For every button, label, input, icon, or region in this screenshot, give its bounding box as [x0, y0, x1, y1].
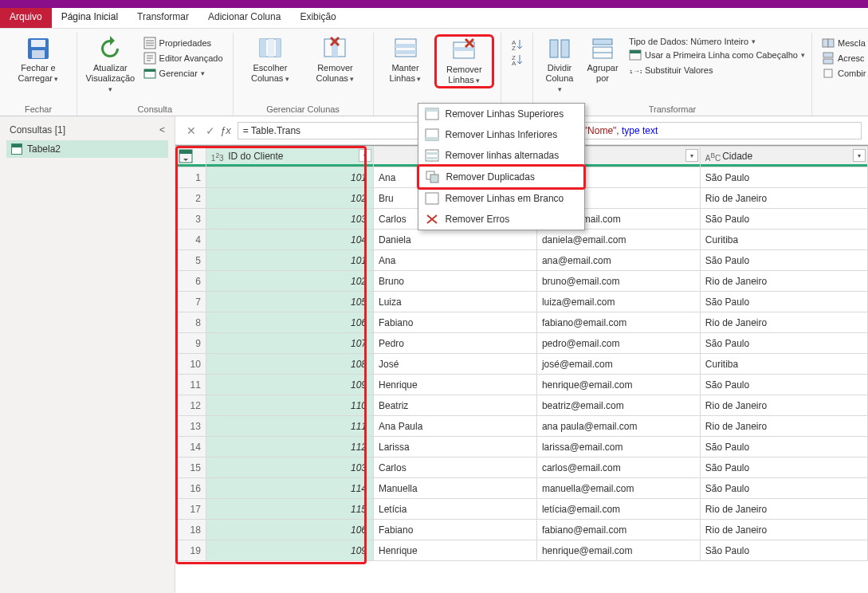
cell-id[interactable]: 114 — [206, 478, 373, 499]
cell-cidade[interactable]: São Paulo — [700, 458, 867, 478]
table-options-icon[interactable] — [179, 149, 193, 163]
cell-email[interactable]: fabiano@email.com — [536, 312, 700, 333]
properties-button[interactable]: Propriedades — [140, 36, 226, 50]
table-row[interactable]: 7105Luizaluiza@email.comSão Paulo — [176, 292, 868, 312]
query-item-tabela2[interactable]: Tabela2 — [6, 140, 168, 158]
cell-id[interactable]: 102 — [206, 271, 373, 292]
cell-id[interactable]: 109 — [206, 540, 373, 561]
cell-id[interactable]: 110 — [206, 395, 373, 416]
close-load-button[interactable]: Fechar e Carregar — [6, 34, 70, 85]
append-queries-button[interactable]: Acresc — [819, 51, 868, 65]
remove-rows-button[interactable]: Remover Linhas — [434, 34, 495, 88]
cell-email[interactable]: pedro@email.com — [536, 333, 700, 354]
cell-cidade[interactable]: São Paulo — [700, 292, 867, 312]
menu-remove-alternate-rows[interactable]: Remover linhas alternadas — [418, 145, 584, 166]
cell-cidade[interactable]: Rio de Janeiro — [700, 395, 867, 416]
cell-nome[interactable]: Luiza — [373, 292, 536, 312]
cell-id[interactable]: 109 — [206, 375, 373, 395]
table-row[interactable]: 16114Manuellamanuella@email.comSão Paulo — [176, 478, 868, 499]
cell-email[interactable]: letícia@email.com — [536, 499, 700, 520]
data-type-button[interactable]: Tipo de Dados: Número Inteiro — [626, 36, 808, 47]
cell-email[interactable]: carlos@email.com — [536, 458, 700, 478]
table-row[interactable]: 9107Pedropedro@email.comSão Paulo — [176, 333, 868, 354]
cell-id[interactable]: 104 — [206, 230, 373, 250]
cell-cidade[interactable]: Rio de Janeiro — [700, 188, 867, 209]
cell-id[interactable]: 107 — [206, 333, 373, 354]
cell-id[interactable]: 106 — [206, 312, 373, 333]
cell-cidade[interactable]: São Paulo — [700, 437, 867, 458]
refresh-preview-button[interactable]: Atualizar Visualização — [84, 34, 137, 96]
remove-columns-button[interactable]: Remover Colunas — [304, 34, 366, 85]
cell-nome[interactable]: Carlos — [373, 458, 536, 478]
cell-email[interactable]: ana paula@email.com — [536, 416, 700, 437]
cell-id[interactable]: 103 — [206, 458, 373, 478]
column-filter-email[interactable]: ▾ — [685, 149, 698, 162]
cell-nome[interactable]: Larissa — [373, 437, 536, 458]
cell-cidade[interactable]: Rio de Janeiro — [700, 499, 867, 520]
group-by-button[interactable]: Agrupar por — [583, 34, 623, 85]
table-row[interactable]: 13111Ana Paulaana paula@email.comRio de … — [176, 416, 868, 437]
table-row[interactable]: 19109Henriquehenrique@email.comSão Paulo — [176, 540, 868, 561]
first-row-header-button[interactable]: Usar a Primeira Linha como Cabeçalho — [626, 48, 808, 62]
cell-id[interactable]: 103 — [206, 209, 373, 230]
table-row[interactable]: 17115Letícialetícia@email.comRio de Jane… — [176, 499, 868, 520]
cell-email[interactable]: larissa@email.com — [536, 437, 700, 458]
cell-cidade[interactable]: Rio de Janeiro — [700, 312, 867, 333]
cell-cidade[interactable]: São Paulo — [700, 167, 867, 188]
cell-id[interactable]: 106 — [206, 520, 373, 540]
cell-id[interactable]: 115 — [206, 499, 373, 520]
sort-asc-button[interactable]: AZ — [508, 37, 527, 52]
cell-id[interactable]: 102 — [206, 188, 373, 209]
column-filter-cidade[interactable]: ▾ — [853, 149, 866, 162]
cell-email[interactable]: manuella@email.com — [536, 478, 700, 499]
sort-desc-button[interactable]: ZA — [508, 53, 527, 67]
cell-id[interactable]: 111 — [206, 416, 373, 437]
table-row[interactable]: 6102Brunobruno@email.comRio de Janeiro — [176, 271, 868, 292]
table-row[interactable]: 11109Henriquehenrique@email.comSão Paulo — [176, 375, 868, 395]
table-row[interactable]: 18106Fabianofabiano@email.comRio de Jane… — [176, 520, 868, 540]
advanced-editor-button[interactable]: Editor Avançado — [140, 51, 226, 65]
column-header-cidade[interactable]: ABC Cidade ▾ — [700, 147, 867, 167]
cell-cidade[interactable]: Curitiba — [700, 354, 867, 375]
table-row[interactable]: 10108Joséjosé@email.comCuritiba — [176, 354, 868, 375]
cell-nome[interactable]: Henrique — [373, 540, 536, 561]
cell-cidade[interactable]: São Paulo — [700, 250, 867, 271]
cell-cidade[interactable]: São Paulo — [700, 333, 867, 354]
cell-email[interactable]: bruno@email.com — [536, 271, 700, 292]
cell-cidade[interactable]: São Paulo — [700, 209, 867, 230]
column-header-id[interactable]: 123 ID do Cliente ▾ — [206, 147, 373, 167]
table-row[interactable]: 8106Fabianofabiano@email.comRio de Janei… — [176, 312, 868, 333]
table-row[interactable]: 5101Anaana@email.comSão Paulo — [176, 250, 868, 271]
tab-transform[interactable]: Transformar — [128, 8, 198, 28]
collapse-pane-icon[interactable]: < — [159, 124, 165, 135]
cell-nome[interactable]: José — [373, 354, 536, 375]
cell-cidade[interactable]: Rio de Janeiro — [700, 416, 867, 437]
menu-remove-blank-rows[interactable]: Remover Linhas em Branco — [418, 188, 584, 209]
cell-cidade[interactable]: São Paulo — [700, 375, 867, 395]
cell-nome[interactable]: Letícia — [373, 499, 536, 520]
accept-formula-button[interactable]: ✓ — [201, 121, 220, 140]
cell-id[interactable]: 101 — [206, 250, 373, 271]
split-column-button[interactable]: Dividir Coluna — [540, 34, 579, 96]
cell-email[interactable]: ana@email.com — [536, 250, 700, 271]
cell-nome[interactable]: Fabiano — [373, 520, 536, 540]
table-row[interactable]: 4104Danieladaniela@email.comCuritiba — [176, 230, 868, 250]
cancel-formula-button[interactable]: ✕ — [182, 121, 201, 140]
cell-email[interactable]: daniela@email.com — [536, 230, 700, 250]
cell-nome[interactable]: Manuella — [373, 478, 536, 499]
cell-id[interactable]: 108 — [206, 354, 373, 375]
cell-cidade[interactable]: São Paulo — [700, 478, 867, 499]
cell-email[interactable]: josé@email.com — [536, 354, 700, 375]
menu-remove-top-rows[interactable]: Remover Linhas Superiores — [418, 104, 584, 124]
cell-nome[interactable]: Beatriz — [373, 395, 536, 416]
tab-add-column[interactable]: Adicionar Coluna — [198, 8, 290, 28]
cell-email[interactable]: luiza@email.com — [536, 292, 700, 312]
column-filter-id[interactable]: ▾ — [359, 149, 371, 162]
cell-cidade[interactable]: Curitiba — [700, 230, 867, 250]
cell-nome[interactable]: Fabiano — [373, 312, 536, 333]
tab-view[interactable]: Exibição — [290, 8, 345, 28]
choose-columns-button[interactable]: Escolher Colunas — [240, 34, 301, 85]
keep-rows-button[interactable]: Manter Linhas — [380, 34, 431, 85]
cell-id[interactable]: 112 — [206, 437, 373, 458]
cell-id[interactable]: 101 — [206, 167, 373, 188]
